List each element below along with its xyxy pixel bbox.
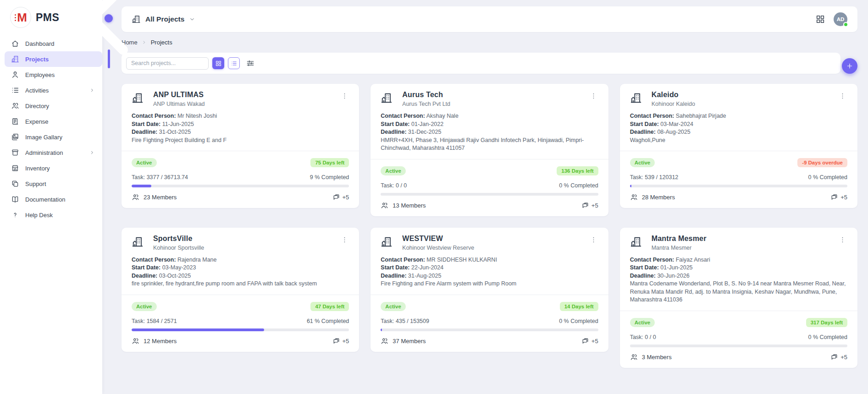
start-date-value: 11-Jun-2025 xyxy=(162,121,194,127)
sidebar-item-image-gallary[interactable]: Image Gallary xyxy=(0,129,102,145)
card-menu-button[interactable] xyxy=(589,235,598,245)
chat-count: +5 xyxy=(840,354,847,361)
add-project-button[interactable] xyxy=(842,58,857,74)
contact-person-line: Contact Person: Akshay Nale xyxy=(381,112,598,120)
project-title: WESTVIEW xyxy=(402,235,589,243)
grid-view-button[interactable] xyxy=(212,57,224,69)
start-date-value: 03-May-2023 xyxy=(162,264,196,271)
chat-count: +5 xyxy=(343,338,349,345)
card-status-section: Active 75 Days left Task: 3377 / 36713.7… xyxy=(122,151,359,208)
sidebar-item-support[interactable]: Support xyxy=(0,176,102,192)
completed-percent: 0 % Completed xyxy=(808,334,847,340)
start-date-value: 01-Jan-2022 xyxy=(411,121,443,127)
project-card[interactable]: SportsVille Kohinoor Sportsville Contact… xyxy=(122,228,359,352)
members-count: 13 Members xyxy=(393,202,426,209)
members-count: 28 Members xyxy=(642,194,675,201)
status-badge: Active xyxy=(630,158,655,167)
person-icon xyxy=(11,71,19,79)
members-link[interactable]: 12 Members xyxy=(132,337,177,345)
card-menu-button[interactable] xyxy=(589,92,598,101)
help-icon xyxy=(11,211,19,219)
task-count: Task: 0 / 0 xyxy=(630,334,656,340)
status-badge: Active xyxy=(381,302,406,311)
project-subtitle: Aurus Tech Pvt Ltd xyxy=(402,101,589,107)
avatar-initials: AD xyxy=(837,16,845,22)
project-description: Fire Fighting Project Building E and F xyxy=(132,137,349,145)
card-menu-button[interactable] xyxy=(340,235,349,245)
card-menu-button[interactable] xyxy=(838,235,847,245)
members-link[interactable]: 28 Members xyxy=(630,193,675,201)
deadline-line: Deadline: 31-Aug-2025 xyxy=(381,272,598,280)
members-link[interactable]: 23 Members xyxy=(132,193,177,201)
deadline-value: 08-Aug-2025 xyxy=(657,129,690,135)
copy-icon xyxy=(11,180,19,188)
chat-link[interactable]: +5 xyxy=(332,337,349,345)
days-left-badge: 47 Days left xyxy=(310,302,349,311)
completed-percent: 0 % Completed xyxy=(808,174,847,181)
card-menu-button[interactable] xyxy=(340,92,349,101)
members-link[interactable]: 37 Members xyxy=(381,337,426,345)
sidebar-item-label: Expense xyxy=(25,118,49,125)
card-status-section: Active 136 Days left Task: 0 / 0 0 % Com… xyxy=(370,159,608,216)
chat-link[interactable]: +5 xyxy=(332,193,349,201)
days-left-badge: 317 Days left xyxy=(806,318,847,327)
card-status-section: Active 47 Days left Task: 1584 / 2571 61… xyxy=(122,295,359,352)
chat-icon xyxy=(332,337,340,345)
people-icon xyxy=(11,102,19,110)
sidebar-collapse-button[interactable] xyxy=(105,14,113,22)
contact-person-value: Akshay Nale xyxy=(426,113,459,119)
submenu-arrow xyxy=(89,150,95,155)
building-icon xyxy=(132,92,144,104)
project-description: Fire Fighting and Fire Alarm system with… xyxy=(381,280,598,288)
start-date-line: Start Date: 11-Jun-2025 xyxy=(132,120,349,129)
project-title: SportsVille xyxy=(153,235,340,243)
chat-link[interactable]: +5 xyxy=(830,353,847,361)
project-description: Mantra Codename Wonderland, Plot B, S. N… xyxy=(630,280,847,304)
contact-person-line: Contact Person: MR SIDDHESH KULKARNI xyxy=(381,256,598,264)
kebab-icon xyxy=(590,92,597,100)
status-badge: Active xyxy=(381,166,406,175)
project-card[interactable]: WESTVIEW Kohinoor Westview Reserve Conta… xyxy=(370,228,608,352)
sidebar-item-directory[interactable]: Directory xyxy=(0,98,102,114)
progress-bar xyxy=(132,328,349,331)
days-left-badge: 136 Days left xyxy=(557,166,598,175)
chat-link[interactable]: +5 xyxy=(581,202,598,209)
card-info-section: Kaleido Kohinoor Kaleido Contact Person:… xyxy=(620,84,857,151)
status-badge: Active xyxy=(132,302,157,311)
sidebar-item-help-desk[interactable]: Help Desk xyxy=(0,207,102,223)
filter-button[interactable] xyxy=(244,57,256,69)
deadline-line: Deadline: 31-Dec-2025 xyxy=(381,128,598,137)
list-view-button[interactable] xyxy=(228,57,240,69)
sidebar-item-label: Help Desk xyxy=(25,212,53,219)
members-link[interactable]: 13 Members xyxy=(381,202,426,209)
sidebar-item-inventory[interactable]: Inventory xyxy=(0,160,102,176)
sidebar-item-expense[interactable]: Expense xyxy=(0,114,102,129)
kebab-icon xyxy=(839,92,846,100)
logo-icon: M xyxy=(10,7,31,28)
chat-icon xyxy=(830,353,838,361)
members-link[interactable]: 3 Members xyxy=(630,353,672,361)
chat-link[interactable]: +5 xyxy=(581,337,598,345)
avatar[interactable]: AD xyxy=(834,12,847,26)
progress-bar xyxy=(381,328,598,331)
apps-grid-button[interactable] xyxy=(815,14,825,24)
building-icon xyxy=(630,236,642,248)
chat-link[interactable]: +5 xyxy=(830,193,847,201)
progress-fill xyxy=(132,328,264,331)
chat-icon xyxy=(332,193,340,201)
sidebar-item-documentation[interactable]: Documentation xyxy=(0,192,102,207)
project-card[interactable]: ANP ULTIMAS ANP Ultimas Wakad Contact Pe… xyxy=(122,84,359,208)
project-card[interactable]: Mantra Mesmer Mantra Mesmer Contact Pers… xyxy=(620,228,857,368)
contact-person-value: Rajendra Mane xyxy=(177,257,216,263)
deadline-line: Deadline: 31-Oct-2025 xyxy=(132,128,349,137)
card-status-section: Active 317 Days left Task: 0 / 0 0 % Com… xyxy=(620,311,857,368)
progress-fill xyxy=(132,185,151,187)
users-icon xyxy=(381,337,388,345)
project-card[interactable]: Kaleido Kohinoor Kaleido Contact Person:… xyxy=(620,84,857,208)
contact-person-value: MR SIDDHESH KULKARNI xyxy=(426,257,497,263)
progress-bar xyxy=(132,185,349,187)
filter-icon xyxy=(246,59,255,68)
sidebar-item-administration[interactable]: Administration xyxy=(0,145,102,160)
project-card[interactable]: Aurus Tech Aurus Tech Pvt Ltd Contact Pe… xyxy=(370,84,608,216)
card-menu-button[interactable] xyxy=(838,92,847,101)
